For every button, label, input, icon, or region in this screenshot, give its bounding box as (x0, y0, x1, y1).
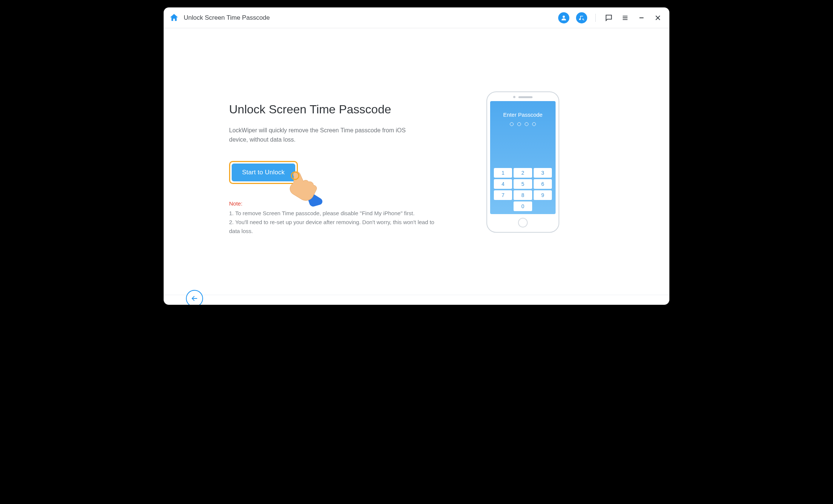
toolbar-separator (595, 14, 596, 22)
titlebar-left: Unlock Screen Time Passcode (169, 13, 270, 23)
svg-point-0 (563, 16, 565, 18)
passcode-dot (510, 122, 514, 126)
start-unlock-button[interactable]: Start to Unlock (232, 164, 295, 181)
back-button[interactable] (186, 290, 203, 305)
illustration-column: Enter Passcode 1 2 3 4 5 6 7 (463, 28, 582, 305)
minimize-icon[interactable] (637, 13, 646, 23)
titlebar-right (558, 12, 663, 23)
keypad-key: 0 (514, 201, 532, 211)
phone-top (513, 96, 533, 98)
titlebar: Unlock Screen Time Passcode (164, 7, 669, 28)
svg-line-2 (583, 20, 584, 20)
keypad-key: 8 (514, 190, 532, 200)
svg-point-1 (582, 19, 583, 20)
keypad-key: 9 (534, 190, 552, 200)
page-title: Unlock Screen Time Passcode (184, 14, 270, 22)
passcode-dot (532, 122, 536, 126)
phone-screen: Enter Passcode 1 2 3 4 5 6 7 (490, 101, 556, 214)
phone-camera-icon (513, 96, 515, 98)
heading: Unlock Screen Time Passcode (229, 103, 463, 116)
music-tool-icon[interactable] (576, 12, 587, 23)
passcode-dot (517, 122, 521, 126)
phone-keypad: 1 2 3 4 5 6 7 8 9 0 (493, 168, 553, 211)
phone-home-button-icon (518, 218, 528, 227)
content-column: Unlock Screen Time Passcode LockWiper wi… (181, 28, 463, 305)
keypad-key: 7 (494, 190, 512, 200)
keypad-key: 1 (494, 168, 512, 178)
arrow-left-icon (190, 294, 199, 303)
note-section: Note: 1. To remove Screen Time passcode,… (229, 200, 463, 236)
home-icon[interactable] (169, 13, 179, 23)
phone-speaker-icon (518, 96, 533, 98)
body: Unlock Screen Time Passcode LockWiper wi… (164, 28, 669, 305)
keypad-key: 4 (494, 179, 512, 189)
passcode-dot (525, 122, 528, 126)
cta-highlight: Start to Unlock (229, 161, 298, 184)
note-label: Note: (229, 200, 463, 207)
note-line-2: 2. You'll need to re-set up your device … (229, 218, 437, 236)
feedback-icon[interactable] (604, 13, 614, 23)
app-window: Unlock Screen Time Passcode (164, 7, 669, 305)
footer-separator (164, 295, 669, 295)
note-line-1: 1. To remove Screen Time passcode, pleas… (229, 209, 437, 218)
phone-screen-title: Enter Passcode (503, 112, 543, 118)
keypad-key: 5 (514, 179, 532, 189)
keypad-key: 2 (514, 168, 532, 178)
passcode-dots (510, 122, 536, 126)
description: LockWiper will quickly remove the Screen… (229, 126, 408, 145)
close-icon[interactable] (653, 13, 663, 23)
menu-icon[interactable] (620, 13, 630, 23)
keypad-key: 3 (534, 168, 552, 178)
cta-wrapper: Start to Unlock (229, 161, 298, 184)
account-icon[interactable] (558, 12, 569, 23)
phone-illustration: Enter Passcode 1 2 3 4 5 6 7 (486, 91, 559, 233)
keypad-key: 6 (534, 179, 552, 189)
